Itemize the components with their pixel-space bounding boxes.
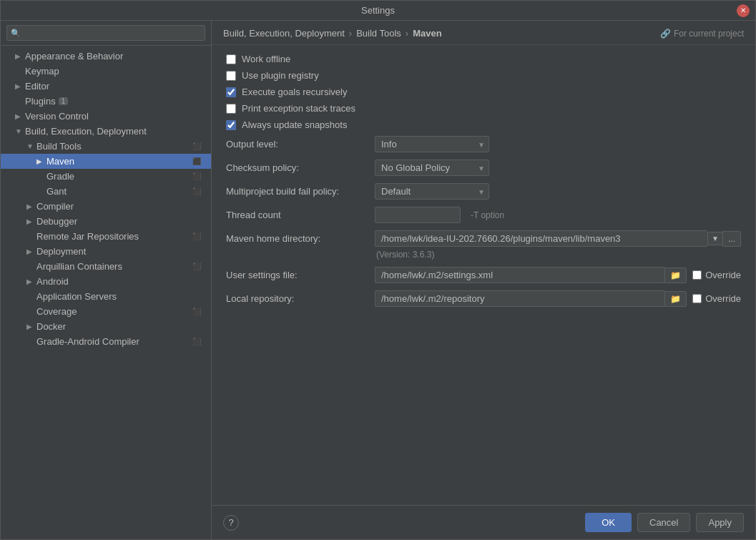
maven-home-label: Maven home directory: [226, 233, 369, 244]
sidebar-item-app-servers[interactable]: Application Servers [1, 289, 211, 304]
breadcrumb: Build, Execution, Deployment › Build Too… [212, 21, 755, 45]
maven-home-input[interactable] [375, 230, 707, 247]
sidebar-item-maven[interactable]: ▶ Maven ⬛ [1, 154, 211, 169]
sidebar-item-label: Plugins [25, 96, 56, 107]
sidebar-item-compiler[interactable]: ▶ Compiler [1, 199, 211, 214]
always-update-label: Always update snapshots [242, 119, 347, 130]
maven-home-combo: ▼ ... [375, 230, 741, 247]
maven-version: (Version: 3.6.3) [376, 250, 741, 260]
always-update-checkbox[interactable] [226, 120, 236, 130]
checksum-policy-select[interactable]: No Global Policy Strict Warn Ignore [375, 159, 489, 176]
sidebar-item-deployment[interactable]: ▶ Deployment [1, 244, 211, 259]
local-repo-override-checkbox[interactable] [692, 294, 702, 303]
sidebar-item-docker[interactable]: ▶ Docker [1, 319, 211, 334]
sidebar-item-coverage[interactable]: Coverage ⬛ [1, 304, 211, 319]
arrow-icon: ▶ [26, 202, 36, 210]
help-button[interactable]: ? [223, 515, 239, 531]
sidebar-item-label: Debugger [36, 216, 77, 227]
sidebar-item-label: Gradle [46, 171, 74, 182]
sidebar-item-build-tools[interactable]: ▼ Build Tools ⬛ [1, 139, 211, 154]
arrow-icon [15, 97, 25, 105]
sidebar-item-gradle-android[interactable]: Gradle-Android Compiler ⬛ [1, 334, 211, 349]
breadcrumb-part2: Build Tools [356, 28, 401, 39]
checksum-policy-select-wrapper: No Global Policy Strict Warn Ignore ▼ [375, 159, 489, 176]
search-box: 🔍 [1, 21, 211, 46]
sidebar-item-plugins[interactable]: Plugins 1 [1, 94, 211, 109]
apply-button[interactable]: Apply [696, 513, 744, 532]
for-project-badge: 🔗 For current project [660, 29, 744, 39]
user-settings-path-wrapper: 📁 [375, 267, 687, 283]
sidebar-item-debugger[interactable]: ▶ Debugger [1, 214, 211, 229]
work-offline-checkbox[interactable] [226, 54, 236, 64]
sidebar-item-appearance[interactable]: ▶ Appearance & Behavior [1, 49, 211, 64]
sidebar-item-remote-jar[interactable]: Remote Jar Repositories ⬛ [1, 229, 211, 244]
checksum-policy-label: Checksum policy: [226, 162, 369, 173]
maven-home-dropdown-button[interactable]: ▼ [707, 232, 722, 245]
sidebar-item-label: Keymap [25, 66, 59, 77]
sidebar-item-label: Application Servers [36, 291, 117, 302]
bottom-bar: ? OK Cancel Apply [212, 505, 755, 539]
sidebar-item-version-control[interactable]: ▶ Version Control [1, 109, 211, 124]
thread-count-input[interactable] [375, 207, 461, 223]
sidebar-item-gant[interactable]: Gant ⬛ [1, 184, 211, 199]
sidebar-item-label: Android [36, 276, 69, 287]
sidebar-item-build-execution[interactable]: ▼ Build, Execution, Deployment [1, 124, 211, 139]
title-bar: Settings ✕ [1, 1, 755, 21]
multiproject-policy-row: Multiproject build fail policy: Default … [226, 183, 741, 200]
sidebar-item-label: Maven [46, 156, 74, 167]
right-panel: Build, Execution, Deployment › Build Too… [212, 21, 755, 539]
user-settings-browse-button[interactable]: 📁 [664, 267, 687, 283]
sidebar-item-arquillian[interactable]: Arquillian Containers ⬛ [1, 259, 211, 274]
sidebar-item-editor[interactable]: ▶ Editor [1, 79, 211, 94]
user-settings-override-checkbox[interactable] [692, 270, 702, 280]
close-button[interactable]: ✕ [737, 4, 750, 17]
local-repo-browse-button[interactable]: 📁 [664, 291, 687, 307]
sidebar-item-keymap[interactable]: Keymap [1, 64, 211, 79]
use-plugin-registry-checkbox[interactable] [226, 71, 236, 81]
thread-count-label: Thread count [226, 210, 369, 220]
arrow-icon [26, 232, 36, 240]
thread-count-row: Thread count -T option [226, 207, 741, 223]
output-level-select[interactable]: Info Debug Error Warning [375, 136, 489, 152]
sidebar-item-gradle[interactable]: Gradle ⬛ [1, 169, 211, 184]
sidebar-item-android[interactable]: ▶ Android [1, 274, 211, 289]
checksum-policy-row: Checksum policy: No Global Policy Strict… [226, 159, 741, 176]
search-input[interactable] [6, 25, 205, 41]
coverage-icon: ⬛ [192, 308, 204, 315]
main-content: 🔍 ▶ Appearance & Behavior Keymap ▶ [1, 21, 755, 539]
sidebar-item-label: Remote Jar Repositories [36, 231, 139, 242]
maven-icon: ⬛ [192, 157, 204, 165]
user-settings-input[interactable] [375, 267, 664, 283]
arrow-icon: ▶ [26, 217, 36, 225]
sidebar-item-label: Editor [25, 81, 49, 92]
gradle-icon: ⬛ [192, 172, 204, 180]
sidebar-item-label: Coverage [36, 306, 77, 317]
print-exception-checkbox[interactable] [226, 104, 236, 114]
multiproject-policy-select-wrapper: Default Never After At end ▼ [375, 183, 489, 200]
t-option-label: -T option [471, 210, 504, 220]
cancel-button[interactable]: Cancel [637, 513, 690, 532]
breadcrumb-sep2: › [406, 28, 408, 39]
checkbox-work-offline: Work offline [226, 54, 741, 64]
action-buttons: OK Cancel Apply [585, 513, 744, 532]
gradle-android-icon: ⬛ [192, 338, 204, 345]
local-repo-input[interactable] [375, 290, 664, 307]
multiproject-policy-label: Multiproject build fail policy: [226, 186, 369, 197]
arrow-icon: ▼ [26, 142, 36, 150]
arrow-icon [26, 308, 36, 315]
checkbox-use-plugin-registry: Use plugin registry [226, 70, 741, 81]
local-repo-override-wrap: Override [692, 293, 741, 304]
arrow-icon: ▼ [15, 127, 25, 135]
breadcrumb-part3: Maven [413, 28, 441, 39]
arrow-icon [15, 67, 25, 75]
multiproject-policy-select[interactable]: Default Never After At end [375, 183, 489, 200]
local-repo-override-label: Override [705, 293, 741, 304]
arrow-icon: ▶ [15, 82, 25, 90]
local-repo-row: Local repository: 📁 Override [226, 290, 741, 307]
arrow-icon: ▶ [15, 52, 25, 60]
plugins-badge: 1 [59, 97, 69, 105]
maven-home-browse-button[interactable]: ... [722, 231, 741, 247]
arrow-icon: ▶ [26, 323, 36, 330]
ok-button[interactable]: OK [585, 513, 632, 532]
execute-goals-checkbox[interactable] [226, 87, 236, 97]
